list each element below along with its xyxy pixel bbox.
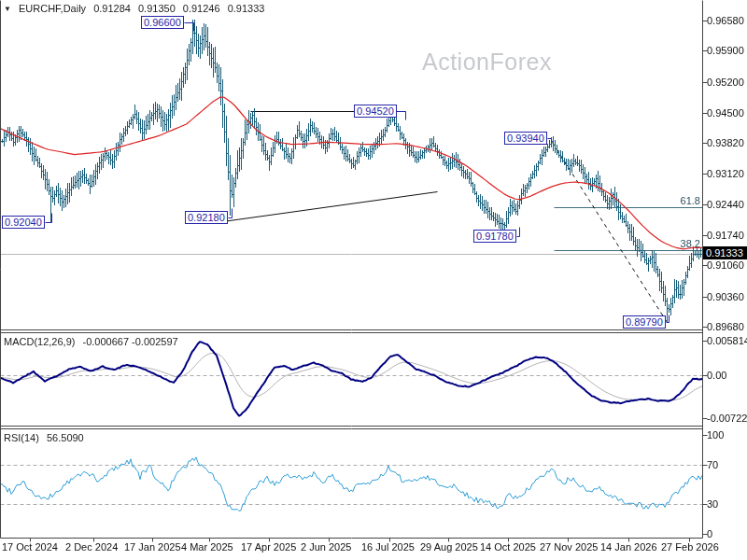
price-callout-label[interactable]: 0.89790 (623, 315, 666, 329)
rsi-axis-label: 70 (707, 459, 718, 470)
quote-close: 0.91333 (228, 3, 265, 14)
price-axis-label: 0.96580 (707, 15, 744, 26)
date-axis-label: 17 Oct 2024 (2, 541, 58, 553)
price-axis-label: 0.91740 (707, 230, 744, 241)
price-axis-label: 0.93820 (707, 137, 744, 148)
price-chart-canvas[interactable] (0, 0, 747, 560)
rsi-title: RSI(14) (4, 432, 39, 443)
quote-low: 0.91246 (183, 3, 220, 14)
date-axis-label: 27 Feb 2026 (661, 541, 719, 553)
rsi-axis-label: 0 (707, 528, 712, 539)
rsi-value: 56.5090 (47, 432, 84, 443)
fib-level-label: 38.2 (654, 238, 700, 249)
actionforex-watermark: ActionForex (422, 49, 552, 76)
price-callout-label[interactable]: 0.93940 (504, 132, 547, 145)
triangle-down-icon[interactable]: ▼ (4, 5, 11, 13)
date-axis-label: 4 Mar 2025 (181, 541, 233, 553)
macd-title: MACD(12,26,9) (4, 336, 75, 347)
date-axis-label: 29 Aug 2025 (420, 541, 478, 553)
price-callout-label[interactable]: 0.92180 (185, 211, 228, 224)
date-axis-label: 14 Oct 2025 (480, 541, 536, 553)
price-callout-label[interactable]: 0.91780 (473, 230, 516, 243)
date-axis-label: 14 Jan 2026 (600, 541, 657, 553)
price-axis-label: 0.94500 (707, 107, 744, 119)
rsi-panel-title: RSI(14) 56.5090 (4, 432, 89, 443)
fib-level-label: 61.8 (654, 195, 700, 206)
rsi-axis-label: 100 (707, 429, 724, 441)
price-axis-label: 0.95900 (707, 45, 744, 56)
current-price-badge: 0.91333 (703, 246, 747, 259)
macd-panel-title: MACD(12,26,9) -0.000667 -0.002597 (4, 336, 183, 347)
price-axis-label: 0.93120 (707, 168, 744, 179)
date-axis-label: 17 Apr 2025 (241, 541, 296, 553)
macd-axis-label: -0.007222 (707, 413, 747, 424)
macd-axis-label: 0.00 (707, 370, 726, 381)
price-callout-label[interactable]: 0.96600 (141, 16, 184, 29)
macd-axis-label: 0.005814 (707, 335, 747, 346)
rsi-axis-label: 30 (707, 498, 718, 510)
quote-open: 0.91284 (93, 3, 131, 14)
macd-values: -0.000667 -0.002597 (82, 336, 177, 347)
price-axis-label: 0.95200 (707, 77, 744, 88)
price-axis-label: 0.89680 (707, 321, 744, 332)
price-axis-label: 0.91060 (707, 259, 744, 271)
quote-high: 0.91350 (138, 3, 176, 14)
price-callout-label[interactable]: 0.92040 (2, 216, 45, 229)
date-axis-label: 2 Dec 2024 (65, 541, 118, 553)
price-axis-label: 0.92440 (707, 199, 744, 210)
date-axis-label: 27 Nov 2025 (540, 541, 598, 553)
date-axis-label: 2 Jun 2025 (301, 541, 351, 553)
symbol-timeframe: EURCHF,Daily (19, 3, 86, 14)
date-axis-label: 17 Jan 2025 (124, 541, 181, 553)
symbol-header: ▼ EURCHF,Daily 0.91284 0.91350 0.91246 0… (4, 3, 269, 14)
date-axis-label: 16 Jul 2025 (361, 541, 415, 553)
price-callout-label[interactable]: 0.94520 (354, 105, 397, 118)
price-axis-label: 0.90360 (707, 291, 744, 302)
chart-window: ▼ EURCHF,Daily 0.91284 0.91350 0.91246 0… (0, 0, 747, 560)
